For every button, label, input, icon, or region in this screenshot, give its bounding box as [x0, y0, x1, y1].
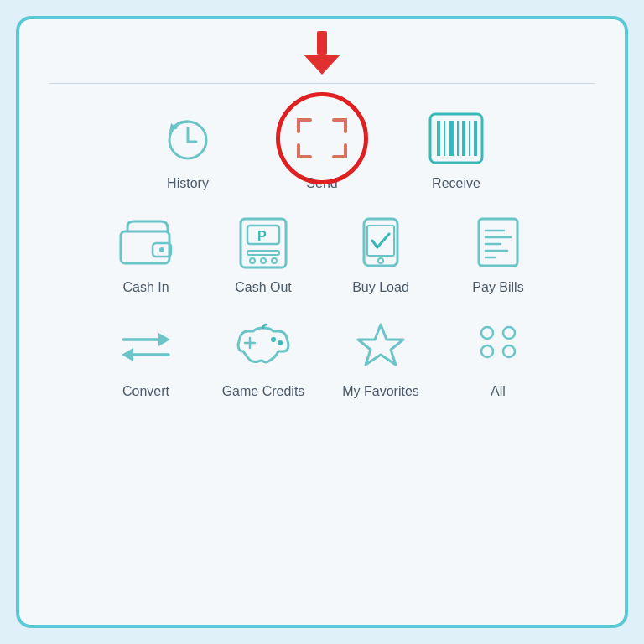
convert-icon	[120, 325, 172, 368]
down-arrow-icon	[304, 31, 340, 75]
svg-rect-6	[444, 121, 445, 156]
svg-point-24	[378, 258, 383, 263]
my-favorites-icon-wrap	[351, 317, 410, 376]
menu-item-send[interactable]: Send	[255, 101, 389, 196]
all-icon	[472, 321, 524, 371]
all-label: All	[491, 384, 506, 399]
buy-load-label: Buy Load	[352, 280, 409, 295]
pay-bills-icon	[475, 217, 521, 267]
cash-out-label: Cash Out	[235, 280, 292, 295]
cash-out-icon: P	[239, 217, 288, 267]
svg-rect-7	[449, 121, 454, 156]
svg-rect-12	[121, 231, 169, 263]
svg-rect-10	[469, 121, 470, 156]
svg-rect-11	[474, 121, 477, 156]
svg-point-41	[503, 327, 515, 339]
cash-in-label: Cash In	[122, 280, 169, 295]
row-2: Cash In P	[36, 205, 608, 300]
svg-marker-39	[358, 325, 403, 365]
history-label: History	[167, 176, 209, 191]
app-container: History	[16, 16, 628, 628]
convert-label: Convert	[122, 384, 169, 399]
send-label: Send	[306, 176, 337, 191]
svg-rect-8	[457, 121, 459, 156]
pay-bills-label: Pay Bills	[472, 280, 523, 295]
all-icon-wrap	[469, 317, 527, 376]
game-credits-icon-wrap	[234, 317, 293, 376]
menu-grid: History	[19, 101, 625, 404]
receive-label: Receive	[432, 176, 480, 191]
menu-item-my-favorites[interactable]: My Favorites	[322, 309, 439, 404]
svg-point-43	[503, 345, 515, 357]
history-icon-wrap	[158, 109, 217, 168]
menu-item-game-credits[interactable]: Game Credits	[205, 309, 322, 404]
svg-marker-1	[304, 55, 340, 75]
menu-item-cash-in[interactable]: Cash In	[87, 205, 205, 300]
my-favorites-icon	[355, 321, 407, 371]
svg-point-21	[272, 258, 277, 263]
receive-icon	[430, 114, 482, 163]
game-credits-icon	[235, 325, 292, 368]
svg-point-14	[159, 247, 164, 252]
svg-marker-32	[158, 333, 170, 346]
menu-item-convert[interactable]: Convert	[87, 309, 205, 404]
menu-item-history[interactable]: History	[121, 101, 255, 196]
send-icon-wrap	[293, 109, 351, 168]
svg-rect-25	[479, 219, 517, 266]
menu-item-all[interactable]: All	[439, 309, 557, 404]
my-favorites-label: My Favorites	[342, 384, 419, 399]
svg-marker-34	[122, 348, 133, 361]
cash-out-icon-wrap: P	[234, 213, 293, 272]
row-1: History	[36, 101, 608, 196]
cash-in-icon	[119, 220, 173, 265]
svg-rect-0	[317, 31, 327, 55]
menu-item-receive[interactable]: Receive	[389, 101, 523, 196]
convert-icon-wrap	[117, 317, 175, 376]
svg-point-19	[250, 258, 255, 263]
arrow-container	[19, 19, 625, 83]
svg-rect-5	[437, 121, 440, 156]
svg-point-42	[481, 345, 493, 357]
svg-text:P: P	[257, 229, 267, 243]
svg-rect-9	[462, 121, 465, 156]
receive-icon-wrap	[427, 109, 486, 168]
buy-load-icon-wrap	[351, 213, 410, 272]
menu-item-pay-bills[interactable]: Pay Bills	[439, 205, 557, 300]
buy-load-icon	[361, 217, 401, 267]
svg-point-37	[271, 337, 276, 342]
divider	[49, 83, 595, 84]
svg-point-38	[278, 340, 283, 345]
send-icon	[295, 117, 349, 160]
svg-point-40	[481, 327, 493, 339]
menu-item-buy-load[interactable]: Buy Load	[322, 205, 439, 300]
menu-item-cash-out[interactable]: P Cash Out	[205, 205, 322, 300]
game-credits-label: Game Credits	[222, 384, 305, 399]
row-3: Convert	[36, 309, 608, 404]
history-icon	[163, 113, 213, 164]
pay-bills-icon-wrap	[469, 213, 527, 272]
svg-point-20	[261, 258, 266, 263]
cash-in-icon-wrap	[117, 213, 175, 272]
svg-rect-18	[247, 251, 279, 255]
